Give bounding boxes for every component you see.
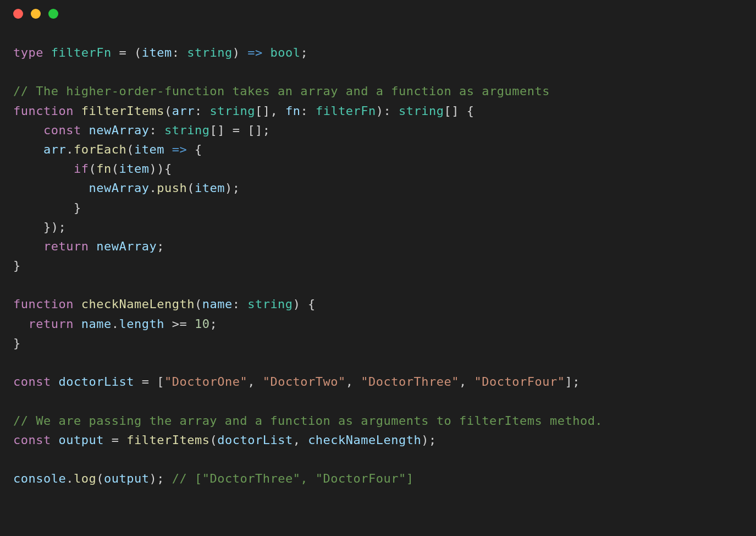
token-punct: (	[89, 162, 96, 176]
token-punct: (	[96, 472, 104, 485]
token-punct	[134, 375, 142, 389]
token-punct	[51, 375, 59, 389]
token-var: newArray	[96, 239, 157, 253]
code-line: const doctorList = ["DoctorOne", "Doctor…	[13, 375, 580, 389]
token-punct	[81, 123, 89, 137]
token-var: arr	[43, 143, 66, 156]
code-line: }	[13, 259, 21, 272]
minimize-icon[interactable]	[31, 9, 41, 19]
token-fn: log	[74, 472, 96, 485]
token-punct: .	[112, 317, 119, 331]
token-punct	[263, 46, 271, 59]
code-editor[interactable]: type filterFn = (item: string) => bool; …	[0, 28, 756, 501]
token-punct	[13, 181, 89, 195]
token-punct: (	[195, 297, 202, 311]
token-type: string	[209, 104, 255, 118]
token-type: bool	[270, 46, 300, 59]
close-icon[interactable]	[13, 9, 23, 19]
token-kw: type	[13, 46, 43, 59]
token-punct: .	[66, 143, 74, 156]
code-line: console.log(output); // ["DoctorThree", …	[13, 472, 414, 485]
token-punct: :	[195, 104, 210, 118]
token-type: string	[247, 297, 293, 311]
token-var: arr	[172, 104, 195, 118]
token-punct: [],	[255, 104, 285, 118]
token-punct: [	[149, 375, 164, 389]
token-op: =	[142, 375, 150, 389]
code-window: type filterFn = (item: string) => bool; …	[0, 0, 756, 536]
code-line: const output = filterItems(doctorList, c…	[13, 433, 437, 447]
token-var: item	[134, 143, 164, 156]
token-op: =	[119, 46, 126, 59]
token-punct: :	[149, 123, 164, 137]
token-kw: const	[13, 433, 51, 447]
token-punct: }	[13, 259, 21, 272]
token-punct: )	[233, 46, 248, 59]
token-punct: :	[233, 297, 248, 311]
token-op: =	[112, 433, 119, 447]
token-var: name	[202, 297, 233, 311]
token-punct	[74, 317, 81, 331]
token-fn: push	[157, 181, 187, 195]
token-punct: []	[209, 123, 232, 137]
token-punct: ,	[459, 375, 474, 389]
token-comment: // We are passing the array and a functi…	[13, 414, 603, 428]
token-arrow: =>	[172, 143, 187, 156]
token-punct	[13, 317, 29, 331]
token-punct: (	[187, 181, 195, 195]
token-var: item	[142, 46, 172, 59]
token-punct: .	[149, 181, 157, 195]
token-var: checkNameLength	[308, 433, 421, 447]
token-punct	[74, 104, 81, 118]
token-punct: [] {	[444, 104, 474, 118]
token-punct: .	[66, 472, 74, 485]
token-punct: ):	[376, 104, 399, 118]
token-kw: const	[13, 375, 51, 389]
token-punct: )){	[149, 162, 172, 176]
token-punct	[89, 239, 96, 253]
token-num: 10	[195, 317, 210, 331]
token-punct: });	[13, 220, 66, 234]
token-punct: {	[187, 143, 202, 156]
token-fn: forEach	[74, 143, 126, 156]
code-line: }	[13, 336, 21, 350]
token-punct	[104, 433, 112, 447]
token-punct: ,	[293, 433, 308, 447]
code-line: // The higher-order-function takes an ar…	[13, 84, 550, 98]
token-str: "DoctorFour"	[474, 375, 565, 389]
token-punct: );	[149, 472, 172, 485]
token-str: "DoctorOne"	[164, 375, 247, 389]
code-line: }	[13, 201, 81, 215]
token-arrow: =>	[247, 46, 263, 59]
zoom-icon[interactable]	[48, 9, 58, 19]
code-line: // We are passing the array and a functi…	[13, 414, 603, 428]
token-kw: function	[13, 297, 74, 311]
token-punct: (	[209, 433, 217, 447]
titlebar	[0, 0, 756, 28]
token-punct: :	[300, 104, 316, 118]
code-line: const newArray: string[] = [];	[13, 123, 270, 137]
token-punct: ;	[157, 239, 164, 253]
token-punct	[43, 46, 51, 59]
token-punct: }	[13, 336, 21, 350]
token-punct: ) {	[293, 297, 316, 311]
token-punct	[112, 46, 119, 59]
token-str: "DoctorThree"	[361, 375, 459, 389]
token-punct	[51, 433, 59, 447]
code-line: function checkNameLength(name: string) {	[13, 297, 316, 311]
token-type: string	[164, 123, 209, 137]
token-var: fn	[285, 104, 301, 118]
token-punct: ,	[346, 375, 361, 389]
token-var: output	[58, 433, 103, 447]
token-kw: return	[29, 317, 74, 331]
token-type: filterFn	[316, 104, 376, 118]
token-kw: const	[43, 123, 81, 137]
token-punct: }	[13, 201, 81, 215]
token-punct	[164, 143, 172, 156]
token-punct: );	[225, 181, 240, 195]
token-punct: :	[172, 46, 187, 59]
token-kw: function	[13, 104, 74, 118]
token-punct: ;	[300, 46, 308, 59]
token-punct: (	[164, 104, 172, 118]
token-var: console	[13, 472, 66, 485]
